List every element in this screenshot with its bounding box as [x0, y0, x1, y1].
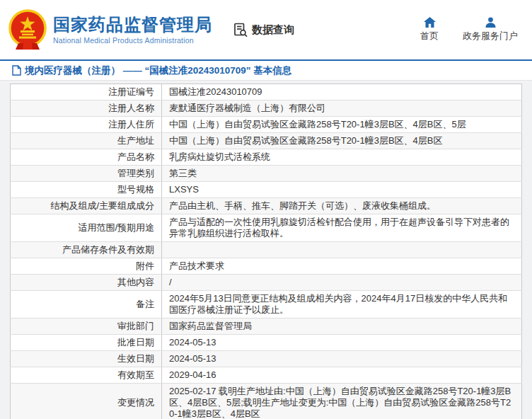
site-header: 国家药品监督管理局 National Medical Products Admi… [0, 0, 532, 59]
table-row: 变更情况 2025-02-17 载明生产地址由:中国（上海）自由贸易试验区金藏路… [11, 384, 522, 419]
brand: 国家药品监督管理局 National Medical Products Admi… [8, 9, 212, 50]
table-row: 型号规格 LXSYS [11, 182, 522, 198]
content-area: 注册证编号 国械注准20243010709 注册人名称 麦默通医疗器械制造（上海… [0, 81, 532, 419]
table-row: 注册人住所 中国（上海）自由贸易试验区金藏路258号T20-1幢3层B区、4层B… [11, 117, 522, 133]
brand-text: 国家药品监督管理局 National Medical Products Admi… [53, 15, 212, 45]
breadcrumb-text: 境内医疗器械（注册） —— “国械注准20243010709” 基本信息 [25, 64, 291, 77]
row-label: 注册人名称 [11, 101, 162, 117]
table-row: 批准日期 2024-05-13 [11, 335, 522, 351]
row-label: 注册证编号 [11, 84, 162, 101]
row-label: 有效期至 [11, 367, 162, 384]
home-icon [424, 17, 436, 28]
table-row: 生效日期 2024-05-13 [11, 351, 522, 367]
nav-gov-portal-label: 政务服务门户 [463, 30, 518, 42]
row-label: 附件 [11, 258, 162, 275]
table-row: 管理类别 第三类 [11, 166, 522, 182]
row-label: 其他内容 [11, 275, 162, 291]
row-value: 麦默通医疗器械制造（上海）有限公司 [162, 101, 522, 117]
row-value: 产品技术要求 [162, 258, 522, 275]
table-row: 审批部门 国家药品监督管理局 [11, 318, 522, 335]
org-name-en: National Medical Products Administration [53, 36, 212, 45]
table-row: 产品名称 乳房病灶旋切式活检系统 [11, 149, 522, 166]
row-value: 2024年5月13日同意更正结构及组成相关内容，2024年4月17日核发的中华人… [162, 291, 522, 318]
row-value: 中国（上海）自由贸易试验区金藏路258号T20-1幢3层B区、4层B区 [162, 133, 522, 149]
row-label: 注册人住所 [11, 117, 162, 133]
document-search-icon [233, 23, 248, 38]
table-row: 有效期至 2029-04-16 [11, 367, 522, 384]
row-label: 型号规格 [11, 182, 162, 198]
header-nav: 首页 政务服务门户 [420, 17, 521, 42]
row-label: 产品名称 [11, 149, 162, 166]
row-value: 第三类 [162, 166, 522, 182]
table-row: 附件 产品技术要求 [11, 258, 522, 275]
breadcrumb: 境内医疗器械（注册） —— “国械注准20243010709” 基本信息 [0, 59, 532, 81]
row-value [162, 242, 522, 258]
row-label: 变更情况 [11, 384, 162, 419]
row-value: LXSYS [162, 182, 522, 198]
nav-home-label: 首页 [420, 30, 439, 42]
row-value: 产品由主机、手柄、推车、脚踏开关（可选）、废液收集桶组成。 [162, 198, 522, 214]
row-value: 2024-05-13 [162, 335, 522, 351]
table-row: 备注 2024年5月13日同意更正结构及组成相关内容，2024年4月17日核发的… [11, 291, 522, 318]
row-label: 审批部门 [11, 318, 162, 335]
table-row: 产品储存条件及有效期 [11, 242, 522, 258]
user-icon [485, 17, 496, 28]
row-value: 国家药品监督管理局 [162, 318, 522, 335]
nav-home[interactable]: 首页 [420, 17, 439, 42]
nav-gov-portal[interactable]: 政务服务门户 [463, 17, 518, 42]
row-value: 2025-02-17 载明生产地址由:中国（上海）自由贸易试验区金藏路258号T… [162, 384, 522, 419]
row-value: 乳房病灶旋切式活检系统 [162, 149, 522, 166]
table-row: 其他内容 / [11, 275, 522, 291]
table-row: 生产地址 中国（上海）自由贸易试验区金藏路258号T20-1幢3层B区、4层B区 [11, 133, 522, 149]
row-label: 管理类别 [11, 166, 162, 182]
row-value: 产品与适配的一次性使用乳腺旋切活检针配合使用，用于在超声设备引导下对患者的异常乳… [162, 214, 522, 242]
row-label: 结构及组成/主要组成成分 [11, 198, 162, 214]
row-label: 生产地址 [11, 133, 162, 149]
row-value: / [162, 275, 522, 291]
row-label: 生效日期 [11, 351, 162, 367]
row-value: 2029-04-16 [162, 367, 522, 384]
org-name-zh: 国家药品监督管理局 [53, 15, 212, 35]
row-label: 产品储存条件及有效期 [11, 242, 162, 258]
row-value: 2024-05-13 [162, 351, 522, 367]
table-row: 注册证编号 国械注准20243010709 [11, 84, 522, 101]
row-value: 中国（上海）自由贸易试验区金藏路258号T20-1幢3层B区、4层B区、5层 [162, 117, 522, 133]
nmpa-emblem-logo [8, 9, 47, 50]
row-value: 国械注准20243010709 [162, 84, 522, 101]
document-icon [12, 65, 21, 76]
row-label: 适用范围/预期用途 [11, 214, 162, 242]
table-row: 结构及组成/主要组成成分 产品由主机、手柄、推车、脚踏开关（可选）、废液收集桶组… [11, 198, 522, 214]
table-row: 适用范围/预期用途 产品与适配的一次性使用乳腺旋切活检针配合使用，用于在超声设备… [11, 214, 522, 242]
row-label: 备注 [11, 291, 162, 318]
data-query-label: 数据查询 [252, 23, 294, 37]
table-row: 注册人名称 麦默通医疗器械制造（上海）有限公司 [11, 101, 522, 117]
registration-info-table: 注册证编号 国械注准20243010709 注册人名称 麦默通医疗器械制造（上海… [10, 84, 522, 419]
row-label: 批准日期 [11, 335, 162, 351]
data-query-button[interactable]: 数据查询 [233, 23, 294, 38]
